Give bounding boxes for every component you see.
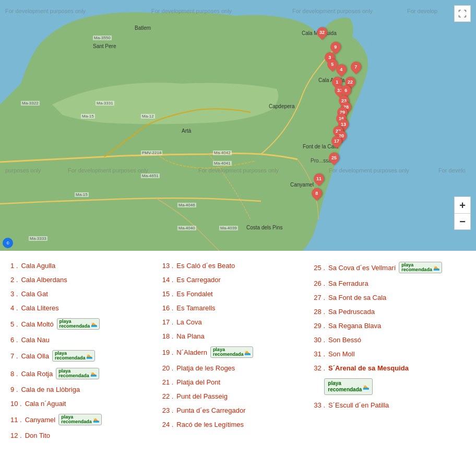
location-link-18[interactable]: Na Plana xyxy=(176,332,204,340)
list-item: 1 . Cala Agulla xyxy=(10,259,157,273)
road-pmv: PMV-2218 xyxy=(141,150,162,155)
road-ma3331: Ma-3331 xyxy=(96,101,114,106)
pin-11[interactable]: 11 xyxy=(314,173,324,184)
watermark-8: For development purposes only xyxy=(329,167,409,173)
location-link-4[interactable]: Cala Lliteres xyxy=(21,304,58,312)
swimmer-icon-7: 🏊 xyxy=(86,353,92,359)
list-item: 19 . N´Aladern playarecomendada 🏊 xyxy=(162,343,309,361)
location-link-11[interactable]: Canyamel xyxy=(25,416,56,424)
pin-32[interactable]: 32 xyxy=(317,27,327,38)
list-item: 2 . Cala Alberdans xyxy=(10,273,157,287)
map-expand-button[interactable] xyxy=(454,5,471,22)
location-column-1: 1 . Cala Agulla 2 . Cala Alberdans 3 . C… xyxy=(10,259,162,443)
list-item: 13 . Es Caló d´es Beato xyxy=(162,259,309,273)
road-ma15b: Ma-15 xyxy=(75,192,89,197)
location-link-27[interactable]: Sa Font de sa Cala xyxy=(328,294,386,301)
pin-6[interactable]: 6 xyxy=(341,85,351,96)
watermark-1: For development purposes only xyxy=(5,8,86,14)
zoom-in-button[interactable]: + xyxy=(454,196,471,213)
location-link-13[interactable]: Es Caló d´es Beato xyxy=(176,262,235,270)
location-link-6[interactable]: Cala Nau xyxy=(21,336,49,344)
location-link-26[interactable]: Sa Ferradura xyxy=(328,280,368,287)
place-costa-dels-pins: Costa dels Pins xyxy=(246,225,282,230)
location-link-3[interactable]: Cala Gat xyxy=(21,290,47,298)
pin-17[interactable]: 17 xyxy=(331,136,342,146)
zoom-controls: + − xyxy=(454,196,471,230)
location-link-15[interactable]: Es Fondalet xyxy=(176,290,212,298)
location-link-20[interactable]: Platja de les Roges xyxy=(176,364,235,372)
list-item: 25 . Sa Cova d´es Vellmarí playarecomend… xyxy=(314,259,460,276)
location-link-33[interactable]: S´Escull d´en Patilla xyxy=(328,401,389,409)
road-ma4651: Ma-4651 xyxy=(141,173,160,178)
list-item: 18 . Na Plana xyxy=(162,329,309,343)
playa-badge-32-item: playarecomendada 🏊 xyxy=(314,375,460,398)
list-item: 4 . Cala Lliteres xyxy=(10,301,157,315)
swimmer-icon-11: 🏊 xyxy=(93,417,99,423)
attribution-logo: © xyxy=(3,238,13,248)
place-batlem: Batlem xyxy=(135,25,151,31)
location-link-29[interactable]: Sa Regana Blava xyxy=(328,322,381,330)
location-link-14[interactable]: Es Carregador xyxy=(176,276,221,284)
list-item: 29 . Sa Regana Blava xyxy=(314,319,460,333)
watermark-7: For development purposes only xyxy=(198,167,279,173)
swimmer-icon-25: 🏊 xyxy=(433,265,439,271)
place-sant-pere: Sant Pere xyxy=(93,43,116,49)
list-item: 10 . Cala n´Aguait xyxy=(10,397,157,411)
location-link-16[interactable]: Es Tamarells xyxy=(176,304,215,312)
watermark-5: purposes only xyxy=(5,167,41,173)
list-item: 22 . Punt del Passeig xyxy=(162,389,309,403)
location-link-7[interactable]: Cala Olla xyxy=(21,352,49,360)
location-list-container: 1 . Cala Agulla 2 . Cala Alberdans 3 . C… xyxy=(0,251,476,450)
road-ma12: Ma-12 xyxy=(141,114,155,119)
location-link-10[interactable]: Cala n´Aguait xyxy=(25,400,66,408)
watermark-6: For development purposes only xyxy=(68,167,148,173)
playa-badge-11: playarecomendada 🏊 xyxy=(58,414,102,425)
list-item: 11 . Canyamel playarecomendada 🏊 xyxy=(10,411,157,428)
location-link-5[interactable]: Cala Moltó xyxy=(21,320,53,328)
playa-badge-32: playarecomendada 🏊 xyxy=(324,378,373,395)
road-ma4046: Ma-4046 xyxy=(177,203,196,207)
list-item: 3 . Cala Gat xyxy=(10,287,157,301)
svg-rect-0 xyxy=(0,0,476,251)
list-item: 16 . Es Tamarells xyxy=(162,301,309,315)
list-item: 5 . Cala Moltó playarecomendada 🏊 xyxy=(10,315,157,333)
location-link-2[interactable]: Cala Alberdans xyxy=(21,276,67,284)
location-link-22[interactable]: Punt del Passeig xyxy=(176,392,228,400)
pin-4[interactable]: 4 xyxy=(336,64,347,75)
place-capdepera: Capdepera xyxy=(269,103,294,109)
location-link-31[interactable]: Son Moll xyxy=(328,350,355,358)
watermark-2: For development purposes only xyxy=(151,8,232,14)
pin-25[interactable]: 25 xyxy=(329,153,339,163)
playa-badge-19: playarecomendada 🏊 xyxy=(210,346,254,358)
location-link-17[interactable]: La Cova xyxy=(176,318,201,326)
watermark-4: For develop xyxy=(407,8,437,14)
location-link-25[interactable]: Sa Cova d´es Vellmarí xyxy=(328,264,396,272)
location-link-12[interactable]: Don Tito xyxy=(25,432,50,439)
location-link-9[interactable]: Cala de na Llòbriga xyxy=(21,386,80,393)
location-link-32[interactable]: S´Arenal de sa Mesquida xyxy=(328,364,409,372)
list-item: 12 . Don Tito xyxy=(10,428,157,443)
location-link-21[interactable]: Platja del Pont xyxy=(176,378,220,386)
map-container: For development purposes only For develo… xyxy=(0,0,476,251)
road-ma3550: Ma-3550 xyxy=(93,36,112,40)
location-link-19[interactable]: N´Aladern xyxy=(176,348,207,356)
swimmer-icon: 🏊 xyxy=(91,321,97,327)
list-item: 32 . S´Arenal de sa Mesquida xyxy=(314,361,460,375)
pin-9[interactable]: 9 xyxy=(330,42,341,52)
list-item: 28 . Sa Pedruscada xyxy=(314,305,460,319)
pin-7[interactable]: 7 xyxy=(351,62,361,72)
location-link-30[interactable]: Son Bessó xyxy=(328,336,361,344)
location-grid: 1 . Cala Agulla 2 . Cala Alberdans 3 . C… xyxy=(10,259,466,443)
list-item: 33 . S´Escull d´en Patilla xyxy=(314,398,460,412)
location-link-28[interactable]: Sa Pedruscada xyxy=(328,308,375,316)
watermark-9: For develo xyxy=(438,167,466,173)
location-link-1[interactable]: Cala Agulla xyxy=(21,262,55,270)
zoom-out-button[interactable]: − xyxy=(454,213,471,230)
location-link-23[interactable]: Punta d´es Carregador xyxy=(176,406,245,414)
road-ma15a: Ma-15 xyxy=(81,114,95,119)
pin-8[interactable]: 8 xyxy=(312,188,322,199)
location-link-8[interactable]: Cala Rotja xyxy=(21,370,53,378)
location-link-24[interactable]: Racó de les Legítimes xyxy=(176,421,244,428)
list-item: 9 . Cala de na Llòbriga xyxy=(10,382,157,397)
playa-badge-25: playarecomendada 🏊 xyxy=(399,262,442,273)
